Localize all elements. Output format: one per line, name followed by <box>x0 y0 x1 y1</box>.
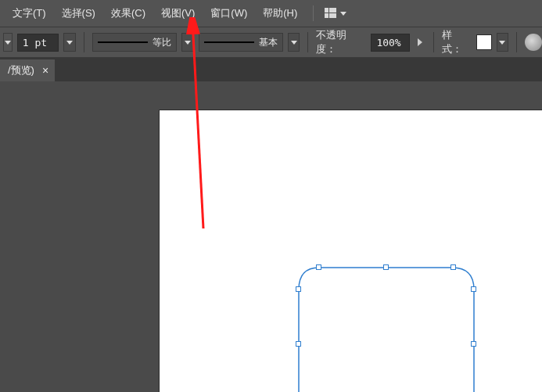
close-icon[interactable]: × <box>42 64 48 77</box>
chevron-down-icon <box>185 41 191 45</box>
anchor-point[interactable] <box>383 264 389 270</box>
chevron-down-icon <box>5 41 11 45</box>
separator <box>313 5 314 21</box>
separator <box>307 32 308 52</box>
document-tab-strip: /预览) × <box>0 58 542 81</box>
anchor-point[interactable] <box>450 264 456 270</box>
brush-label: 基本 <box>259 36 278 49</box>
menu-help[interactable]: 帮助(H) <box>255 3 305 23</box>
separator <box>433 32 434 52</box>
profile-dropdown[interactable] <box>181 33 194 52</box>
document-tab-title: /预览) <box>8 63 34 77</box>
anchor-point[interactable] <box>296 341 301 347</box>
chevron-down-icon <box>499 41 505 45</box>
brush-dropdown[interactable] <box>288 33 300 52</box>
stroke-preview-icon <box>204 41 254 43</box>
triangle-right-icon <box>418 38 422 46</box>
opacity-label: 不透明度： <box>316 28 366 56</box>
anchor-point[interactable] <box>316 264 321 270</box>
menu-view[interactable]: 视图(V) <box>153 3 203 23</box>
options-bar: 1 pt 等比 基本 不透明度： 100% 样式： <box>0 27 542 58</box>
variable-width-profile[interactable]: 等比 <box>92 33 177 52</box>
options-expand[interactable] <box>3 33 13 52</box>
stroke-weight-dropdown[interactable] <box>63 33 76 52</box>
menu-text[interactable]: 文字(T) <box>5 3 54 23</box>
brush-definition[interactable]: 基本 <box>199 33 283 52</box>
menu-window[interactable]: 窗口(W) <box>203 3 255 23</box>
profile-label: 等比 <box>153 36 171 49</box>
chevron-down-icon <box>66 41 73 45</box>
stroke-preview-icon <box>98 41 148 43</box>
opacity-next[interactable] <box>415 34 425 51</box>
menu-select[interactable]: 选择(S) <box>54 3 103 23</box>
menu-effect[interactable]: 效果(C) <box>103 3 153 23</box>
separator <box>84 32 84 52</box>
chevron-down-icon <box>291 41 297 45</box>
panel-layout-icon <box>325 8 337 19</box>
opacity-input[interactable]: 100% <box>371 34 409 52</box>
anchor-point[interactable] <box>471 341 476 347</box>
style-label: 样式： <box>442 28 472 56</box>
document-tab[interactable]: /预览) × <box>0 59 55 81</box>
anchor-point[interactable] <box>471 286 476 292</box>
anchor-point[interactable] <box>296 286 301 292</box>
artboard[interactable] <box>160 110 542 392</box>
stroke-weight-input[interactable]: 1 pt <box>17 34 59 52</box>
recolor-artwork-icon[interactable] <box>525 34 542 51</box>
style-dropdown[interactable] <box>497 33 509 52</box>
graphic-style-swatch[interactable] <box>476 34 492 50</box>
menu-bar: 文字(T) 选择(S) 效果(C) 视图(V) 窗口(W) 帮助(H) <box>0 0 542 27</box>
separator <box>516 32 517 52</box>
chevron-down-icon <box>340 12 346 16</box>
panel-layout-button[interactable] <box>321 6 350 20</box>
